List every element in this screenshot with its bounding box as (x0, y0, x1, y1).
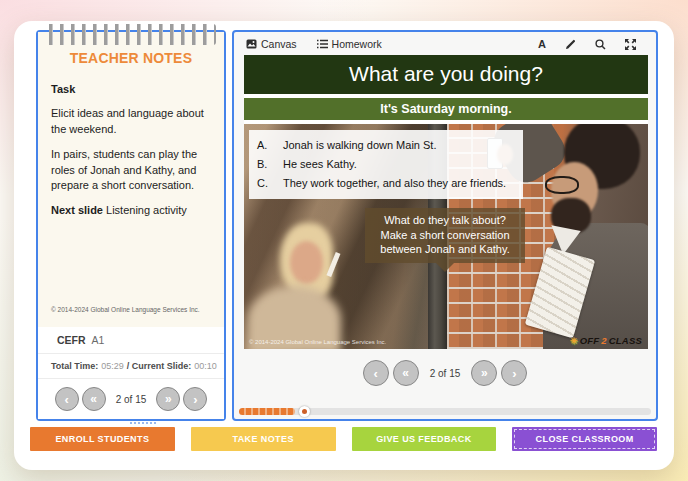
photo-woman-face (290, 241, 322, 284)
pencil-icon[interactable] (565, 39, 576, 50)
next-slide-label: Next slide (51, 204, 103, 216)
cefr-label: CEFR (57, 334, 86, 346)
image-icon (246, 39, 257, 49)
classroom-window: TEACHER NOTES Task Elicit ideas and lang… (14, 21, 674, 470)
search-icon[interactable] (595, 39, 606, 50)
option-row: A. Jonah is walking down Main St. (257, 136, 517, 155)
slide-options-box: A. Jonah is walking down Main St. B. He … (249, 130, 523, 199)
notes-last-slide-button[interactable]: » (156, 387, 180, 411)
option-row: B. He sees Kathy. (257, 155, 517, 174)
notes-page-indicator: 2 of 15 (116, 394, 147, 405)
slide-title: What are you doing? (244, 55, 648, 94)
teacher-notes-panel: TEACHER NOTES Task Elicit ideas and lang… (36, 30, 226, 421)
classroom-actions: ENROLL STUDENTS TAKE NOTES GIVE US FEEDB… (30, 427, 657, 451)
close-classroom-button[interactable]: CLOSE CLASSROOM (512, 427, 657, 451)
notes-copyright: © 2014-2024 Global Online Language Servi… (51, 306, 200, 313)
total-time-label: Total Time: (51, 361, 98, 371)
logo-text: OFF (580, 335, 600, 346)
notes-first-slide-button[interactable]: « (82, 387, 106, 411)
canvas-next-slide-button[interactable]: › (501, 360, 527, 386)
prompt-line: between Jonah and Kathy. (369, 242, 521, 257)
option-letter: B. (257, 155, 283, 174)
tab-homework[interactable]: Homework (317, 38, 382, 50)
logo-text-accent: 2 (601, 335, 606, 346)
next-slide-note: Next slide Listening activity (51, 203, 211, 218)
canvas-last-slide-button[interactable]: » (471, 360, 497, 386)
canvas-first-slide-button[interactable]: « (393, 360, 419, 386)
off2class-logo: ✳OFF2CLASS (570, 335, 642, 346)
cefr-value: A1 (92, 334, 105, 346)
canvas-tools: A (538, 38, 644, 50)
slide-prompt-box: What do they talk about? Make a short co… (365, 208, 525, 263)
photo-man-glasses (545, 176, 579, 194)
slide-progress-fill (239, 408, 295, 415)
tab-homework-label: Homework (332, 38, 382, 50)
take-notes-button[interactable]: TAKE NOTES (191, 427, 336, 451)
lesson-slide[interactable]: What are you doing? It's Saturday mornin… (244, 55, 648, 349)
give-us-feedback-button[interactable]: GIVE US FEEDBACK (352, 427, 497, 451)
option-letter: A. (257, 136, 283, 155)
notes-pagination: ‹ « 2 of 15 » › (38, 379, 224, 419)
option-text: He sees Kathy. (283, 155, 357, 174)
canvas-page-indicator: 2 of 15 (430, 368, 461, 379)
option-text: Jonah is walking down Main St. (283, 136, 436, 155)
tab-canvas-label: Canvas (261, 38, 297, 50)
total-time-value: 05:29 (101, 361, 124, 371)
slide-progress-handle[interactable] (299, 406, 310, 417)
task-paragraph: Elicit ideas and language about the week… (51, 106, 211, 137)
teacher-notes-body: Task Elicit ideas and language about the… (38, 66, 224, 219)
list-icon (317, 39, 328, 49)
notes-prev-slide-button[interactable]: ‹ (55, 387, 79, 411)
slide-subtitle: It's Saturday morning. (244, 98, 648, 120)
expand-icon[interactable] (625, 39, 636, 50)
photo-man (543, 124, 648, 349)
prompt-line: Make a short conversation (369, 228, 521, 243)
option-row: C. They work together, and also they are… (257, 174, 517, 193)
time-row: Total Time: 05:29 / Current Slide: 00:10 (38, 354, 224, 379)
notes-next-slide-button[interactable]: › (183, 387, 207, 411)
notes-paper: TEACHER NOTES Task Elicit ideas and lang… (38, 32, 224, 329)
notes-resize-handle[interactable] (130, 422, 156, 424)
current-slide-value: 00:10 (194, 361, 217, 371)
notes-footer: CEFR A1 Total Time: 05:29 / Current Slid… (38, 327, 224, 419)
option-letter: C. (257, 174, 283, 193)
next-slide-text: Listening activity (103, 204, 187, 216)
canvas-panel: Canvas Homework A (232, 30, 658, 421)
task-heading: Task (51, 82, 211, 97)
current-slide-label: / Current Slide: (127, 361, 192, 371)
prompt-line: What do they talk about? (369, 213, 521, 228)
cefr-row: CEFR A1 (38, 327, 224, 354)
text-tool-icon[interactable]: A (538, 38, 546, 50)
slide-photo: A. Jonah is walking down Main St. B. He … (244, 124, 648, 349)
canvas-pagination: ‹ « 2 of 15 » › (234, 360, 656, 386)
option-text: They work together, and also they are fr… (283, 174, 506, 193)
logo-text: CLASS (609, 335, 642, 346)
tab-canvas[interactable]: Canvas (246, 38, 297, 50)
spiral-binding (46, 24, 216, 45)
slide-copyright: © 2014-2024 Global Online Language Servi… (249, 339, 386, 345)
logo-star-icon: ✳ (570, 336, 578, 346)
canvas-prev-slide-button[interactable]: ‹ (363, 360, 389, 386)
canvas-tabbar: Canvas Homework A (234, 32, 656, 54)
enroll-students-button[interactable]: ENROLL STUDENTS (30, 427, 175, 451)
slide-progress-bar[interactable] (239, 408, 651, 415)
task-paragraph: In pairs, students can play the roles of… (51, 147, 211, 193)
